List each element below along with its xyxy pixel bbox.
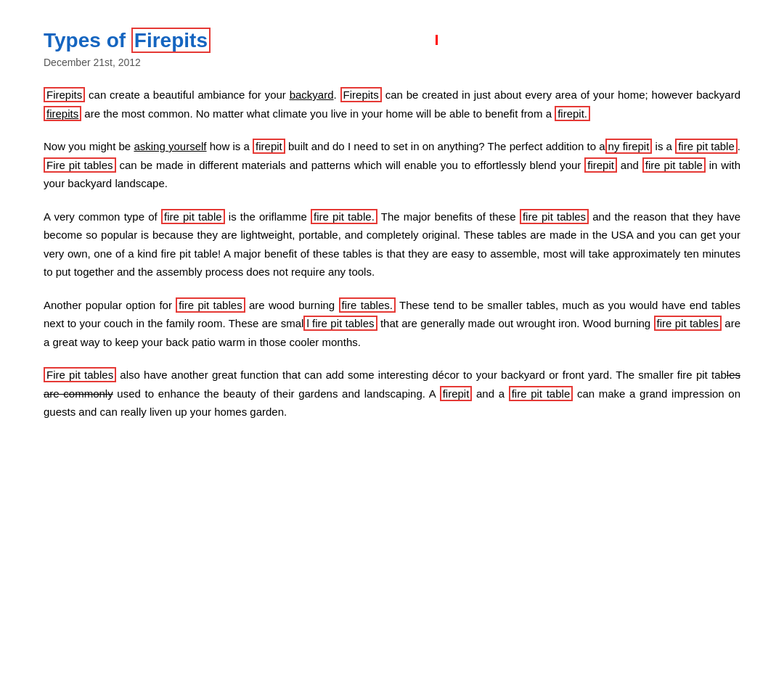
paragraph-1: Firepits can create a beautiful ambiance…: [44, 86, 740, 123]
title-highlight: Firepits: [131, 28, 211, 53]
article-date: December 21st, 2012: [44, 57, 740, 68]
title-prefix: Types of: [44, 29, 131, 52]
highlight-firepits-3: firepits: [44, 106, 81, 121]
highlight-fire-pit-table-4: fire pit table.: [311, 209, 377, 224]
highlight-fire-pit-table-3: fire pit table: [161, 209, 225, 224]
highlight-fire-tables: fire tables.: [339, 297, 396, 313]
highlight-fire-pit-tables-2: fire pit tables: [520, 209, 589, 224]
highlight-firepit-4: firepit: [440, 386, 473, 401]
highlight-fire-pit-table-2: fire pit table: [642, 157, 706, 173]
highlight-fire-pit-tables-6: Fire pit tables: [44, 367, 116, 382]
highlight-firepit-2: firepit: [253, 139, 285, 154]
highlight-fire-pit-tables-5: fire pit tables: [654, 316, 722, 331]
highlight-fire-pit-tables-3: fire pit tables: [176, 297, 245, 313]
paragraph-3: A very common type of fire pit table is …: [44, 207, 740, 281]
underline-asking: asking yourself: [134, 140, 206, 152]
highlight-firepit-3: firepit: [584, 157, 617, 173]
highlight-firepit-1: firepit.: [555, 106, 590, 121]
highlight-firepits-1: Firepits: [44, 87, 85, 102]
paragraph-5: Fire pit tables also have another great …: [44, 366, 740, 421]
highlight-fire-pit-tables-4: l fire pit tables: [303, 316, 377, 331]
article-body: Firepits can create a beautiful ambiance…: [44, 86, 740, 421]
highlight-fire-pit-tables-1: Fire pit tables: [44, 157, 116, 173]
strikethrough-lesarecommonly: les are commonly: [44, 369, 740, 400]
paragraph-4: Another popular option for fire pit tabl…: [44, 296, 740, 352]
highlight-nyfirepit: ny firepit: [605, 139, 653, 154]
highlight-firepits-2: Firepits: [340, 87, 382, 102]
highlight-fire-pit-table-5: fire pit table: [509, 386, 573, 401]
link-backyard[interactable]: backyard: [290, 89, 334, 101]
highlight-fire-pit-table-1: fire pit table: [675, 139, 738, 154]
article-title: Types of Firepits: [44, 29, 740, 52]
paragraph-2: Now you might be asking yourself how is …: [44, 137, 740, 193]
